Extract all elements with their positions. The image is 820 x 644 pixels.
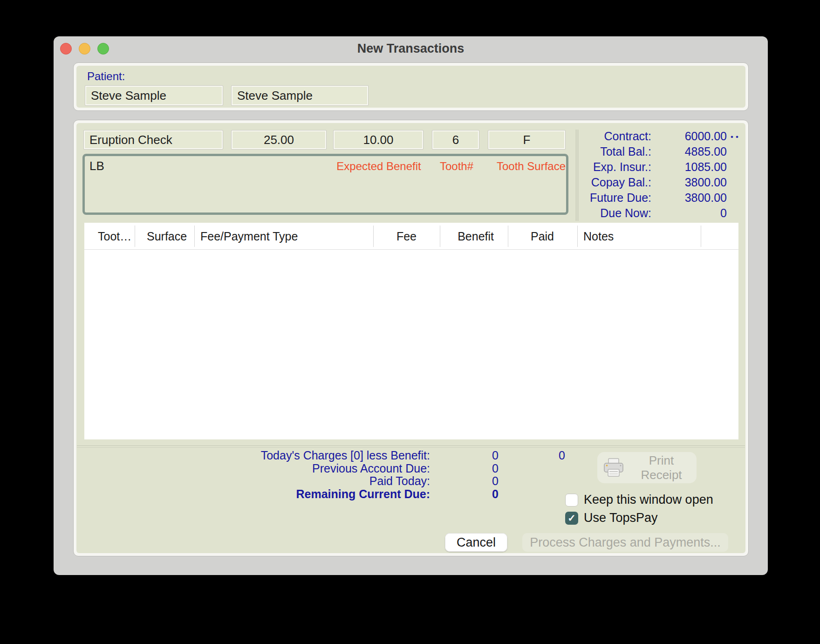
table-header: Toot… Surface Fee/Payment Type Fee Benef… bbox=[84, 223, 738, 250]
header-cell-surface: Surface bbox=[135, 226, 195, 247]
fee-field[interactable] bbox=[232, 130, 326, 149]
totals-separator bbox=[77, 445, 745, 448]
patient-account-panel: Patient: Account: 1 of 2 bbox=[73, 62, 749, 111]
balance-row-total: Total Bal.: 4885.00 bbox=[530, 144, 727, 159]
balance-summary: Contract: 6000.00 Total Bal.: 4885.00 Ex… bbox=[530, 129, 727, 221]
balance-row-copay: Copay Bal.: 3800.00 bbox=[530, 175, 727, 190]
account-field[interactable] bbox=[232, 86, 368, 105]
keep-window-open-label: Keep this window open bbox=[584, 493, 713, 507]
expected-benefit-hint: Expected Benefit bbox=[336, 160, 421, 173]
print-receipt-label: Print Receipt bbox=[629, 453, 694, 482]
table-body-empty bbox=[84, 250, 738, 439]
header-cell-paid: Paid bbox=[508, 226, 578, 247]
totals-row-previous-due: Previous Account Due: 0 bbox=[83, 462, 565, 475]
header-cell-spacer bbox=[701, 226, 738, 247]
tooth-number-hint: Tooth# bbox=[440, 160, 473, 173]
new-transactions-window: New Transactions Patient: Account: 1 of … bbox=[54, 36, 768, 575]
totals-summary: Today's Charges [0] less Benefit: 0 0 Pr… bbox=[83, 449, 565, 500]
transactions-table[interactable]: Toot… Surface Fee/Payment Type Fee Benef… bbox=[84, 223, 738, 439]
transaction-panel: LB Expected Benefit Tooth# Tooth Surface… bbox=[73, 120, 749, 556]
cancel-button[interactable]: Cancel bbox=[445, 533, 507, 552]
process-charges-button[interactable]: Process Charges and Payments... bbox=[522, 533, 728, 552]
desktop: New Transactions Patient: Account: 1 of … bbox=[0, 0, 820, 644]
header-cell-benefit: Benefit bbox=[440, 226, 508, 247]
use-topspay-row: ✓ Use TopsPay bbox=[565, 511, 658, 525]
use-topspay-label: Use TopsPay bbox=[584, 511, 658, 525]
patient-field[interactable] bbox=[85, 86, 223, 105]
note-text: LB bbox=[89, 159, 104, 173]
header-cell-tooth: Toot… bbox=[84, 226, 135, 247]
keep-window-open-checkbox[interactable] bbox=[565, 493, 578, 507]
tooth-number-field[interactable] bbox=[432, 130, 479, 149]
balance-row-due-now: Due Now: 0 bbox=[530, 206, 727, 221]
contract-more-icon[interactable]: •• bbox=[731, 132, 741, 142]
title-bar: New Transactions bbox=[54, 36, 768, 57]
window-title: New Transactions bbox=[54, 41, 768, 56]
transaction-note-box[interactable]: LB Expected Benefit Tooth# Tooth Surface bbox=[82, 154, 568, 215]
header-cell-fee: Fee bbox=[374, 226, 440, 247]
keep-window-open-row: Keep this window open bbox=[565, 493, 713, 507]
expected-benefit-field[interactable] bbox=[334, 130, 423, 149]
print-receipt-button[interactable]: Print Receipt bbox=[597, 452, 697, 483]
totals-row-remaining-due: Remaining Current Due: 0 bbox=[83, 488, 565, 501]
totals-row-charges: Today's Charges [0] less Benefit: 0 0 bbox=[83, 449, 565, 462]
patient-label: Patient: bbox=[87, 70, 125, 83]
totals-row-paid-today: Paid Today: 0 bbox=[83, 475, 565, 488]
balance-row-future-due: Future Due: 3800.00 bbox=[530, 190, 727, 206]
checkmark-icon: ✓ bbox=[567, 513, 576, 524]
header-cell-fee-payment-type: Fee/Payment Type bbox=[195, 226, 374, 247]
procedure-field[interactable] bbox=[84, 130, 223, 149]
header-cell-notes: Notes bbox=[578, 226, 701, 247]
printer-icon bbox=[603, 458, 624, 478]
balance-row-contract: Contract: 6000.00 bbox=[530, 129, 727, 144]
use-topspay-checkbox[interactable]: ✓ bbox=[565, 512, 578, 525]
balance-row-exp-insur: Exp. Insur.: 1085.00 bbox=[530, 159, 727, 175]
